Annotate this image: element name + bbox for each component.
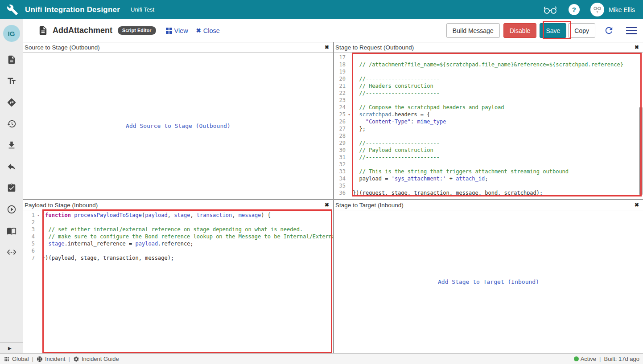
view-button[interactable]: View [166, 27, 188, 34]
line-number: 28 [334, 132, 346, 139]
integration-avatar[interactable]: IG [3, 25, 20, 42]
sidebar-item-fields[interactable] [7, 76, 16, 86]
code-line[interactable]: 6 [23, 247, 333, 254]
code-line[interactable]: 29 //----------------------- [334, 139, 643, 147]
panel-close-icon[interactable]: ✖ [325, 45, 329, 50]
code-line[interactable]: 31 //----------------------- [334, 154, 643, 161]
code-line[interactable]: 20 //----------------------- [334, 75, 643, 82]
code-line[interactable]: 36})(request, stage, transaction, messag… [334, 189, 643, 196]
topbar-actions: ? Mike Ellis [543, 3, 635, 16]
refresh-icon[interactable] [604, 25, 614, 36]
code-line[interactable]: 1▾(function processPayloadToStage(payloa… [23, 212, 333, 219]
help-icon[interactable]: ? [569, 4, 580, 15]
line-number: 33 [334, 168, 346, 175]
sidebar-item-tasks[interactable] [7, 183, 16, 193]
panel-title: Source to Stage (Outbound) [25, 44, 100, 51]
page-title: AddAttachment [53, 26, 112, 35]
code-line[interactable]: 22 //----------------------- [334, 90, 643, 97]
fold-marker-icon [346, 61, 353, 68]
close-button[interactable]: ✖ Close [196, 27, 220, 34]
code-line[interactable]: 25▾ scratchpad.headers = { [334, 111, 643, 118]
line-number: 35 [334, 182, 346, 189]
panel-body: 1▾(function processPayloadToStage(payloa… [23, 210, 333, 353]
line-number: 1 [23, 212, 35, 219]
editor-scrollbar[interactable] [639, 107, 643, 195]
sidebar-item-download[interactable] [7, 140, 16, 150]
hamburger-menu-icon[interactable] [626, 27, 637, 35]
panel-close-icon[interactable]: ✖ [635, 45, 639, 50]
copy-button[interactable]: Copy [568, 23, 595, 38]
active-status-icon [574, 356, 579, 361]
code-line[interactable]: 35 [334, 182, 643, 189]
code-text: })(request, stage, transaction, message,… [353, 189, 543, 196]
sidebar-item-document[interactable] [7, 55, 16, 65]
panel-body: Add Source to Stage (Outbound) [23, 53, 333, 199]
fold-marker-icon [346, 54, 353, 61]
user-menu[interactable]: Mike Ellis [590, 3, 635, 16]
sidebar-item-docs[interactable] [7, 226, 16, 236]
sidebar-item-code[interactable] [7, 247, 16, 257]
add-source-to-stage-link[interactable]: Add Source to Stage (Outbound) [23, 53, 333, 199]
build-message-button[interactable]: Build Message [446, 23, 500, 38]
code-line[interactable]: 23 [334, 97, 643, 104]
code-line[interactable]: 18 // /attachment?file_name=${scratchpad… [334, 61, 643, 68]
fold-marker-icon [346, 147, 353, 154]
sidebar-item-history[interactable] [7, 119, 16, 129]
panel-close-icon[interactable]: ✖ [325, 202, 329, 208]
code-line[interactable]: 3 // set either internal/external refere… [23, 226, 333, 233]
status-global-link[interactable]: Global [4, 356, 29, 362]
fold-marker-icon [346, 154, 353, 161]
line-number: 6 [23, 247, 35, 254]
sidebar-item-directions[interactable] [7, 98, 16, 107]
fold-marker-icon [346, 168, 353, 175]
fold-marker-icon [35, 219, 42, 226]
code-line[interactable]: 4 // make sure to configure the Bond ref… [23, 233, 333, 240]
code-line[interactable]: 7})(payload, stage, transaction, message… [23, 254, 333, 262]
code-text: // Payload construction [353, 147, 433, 154]
code-line[interactable]: 30 // Payload construction [334, 147, 643, 154]
fold-marker-icon [346, 118, 353, 125]
payload-to-stage-editor[interactable]: 1▾(function processPayloadToStage(payloa… [23, 210, 333, 262]
fold-marker-icon [346, 175, 353, 182]
panel-close-icon[interactable]: ✖ [635, 202, 639, 208]
panel-header: Stage to Target (Inbound) ✖ [334, 200, 643, 210]
active-status-label: Active [581, 356, 596, 362]
code-line[interactable]: 2 [23, 219, 333, 226]
spectacles-icon[interactable] [543, 4, 558, 16]
sidebar-nav [0, 55, 23, 257]
code-line[interactable]: 24 // Compose the scratchpad headers and… [334, 104, 643, 111]
code-line[interactable]: 17 [334, 54, 643, 61]
status-right: Active | Built: 17d ago [574, 356, 639, 362]
fold-marker-icon[interactable]: ▾ [346, 111, 353, 118]
add-stage-to-target-link[interactable]: Add Stage to Target (Inbound) [334, 210, 643, 353]
fold-marker-icon [346, 182, 353, 189]
code-text: //----------------------- [353, 154, 440, 161]
code-line[interactable]: 33 // This is the string that triggers a… [334, 168, 643, 175]
fold-marker-icon [346, 97, 353, 104]
line-number: 21 [334, 82, 346, 90]
code-line[interactable]: 27 }; [334, 125, 643, 132]
line-number: 19 [334, 68, 346, 75]
panel-body: 1718 // /attachment?file_name=${scratchp… [334, 53, 643, 199]
code-line[interactable]: 21 // Headers construction [334, 82, 643, 90]
code-line[interactable]: 5 stage.internal_reference = payload.ref… [23, 240, 333, 247]
code-line[interactable]: 28 [334, 132, 643, 139]
stage-to-request-editor[interactable]: 1718 // /attachment?file_name=${scratchp… [334, 53, 643, 196]
line-number: 31 [334, 154, 346, 161]
status-incident-link[interactable]: Incident [37, 356, 66, 362]
sidebar-item-run[interactable] [7, 204, 16, 214]
status-incident-guide-link[interactable]: Incident Guide [73, 356, 119, 362]
code-line[interactable]: 34 payload = 'sys_attachment:' + attach_… [334, 175, 643, 182]
code-text: //----------------------- [353, 139, 440, 147]
panel-header: Source to Stage (Outbound) ✖ [23, 42, 333, 53]
code-line[interactable]: 32 [334, 161, 643, 168]
fold-marker-icon[interactable]: ▾ [35, 212, 42, 219]
sidebar-expand-button[interactable]: ▶ [0, 342, 23, 353]
disable-button[interactable]: Disable [503, 23, 537, 38]
directions-icon [7, 98, 16, 107]
code-line[interactable]: 26 "Content-Type": mime_type [334, 118, 643, 125]
line-number: 34 [334, 175, 346, 182]
code-line[interactable]: 19 [334, 68, 643, 75]
save-button[interactable]: Save [540, 23, 566, 38]
sidebar-item-reply[interactable] [7, 162, 16, 172]
